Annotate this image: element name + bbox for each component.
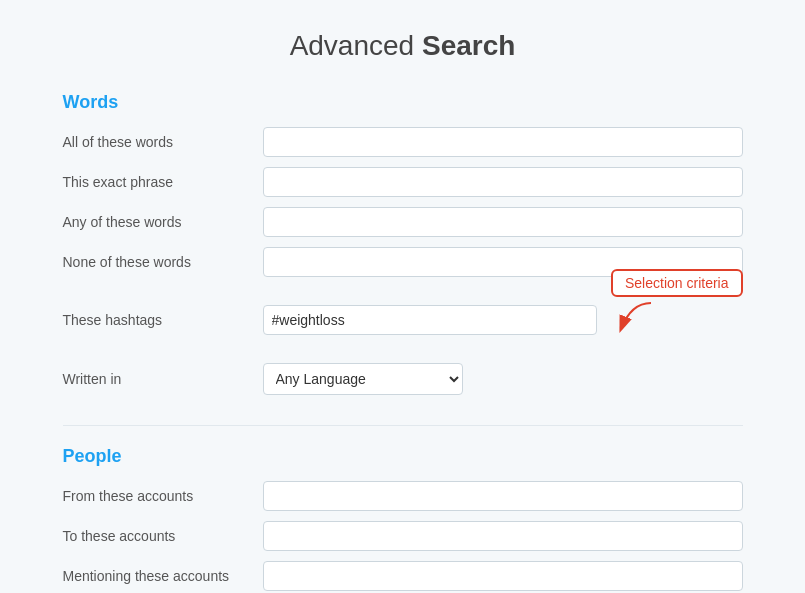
any-words-label: Any of these words [63,214,263,230]
written-in-label: Written in [63,371,263,387]
hashtags-input[interactable] [263,305,598,335]
section-divider-1 [63,425,743,426]
all-words-input[interactable] [263,127,743,157]
from-accounts-row: From these accounts [63,481,743,511]
from-accounts-label: From these accounts [63,488,263,504]
selection-criteria-annotation: Selection criteria [611,269,743,297]
to-accounts-label: To these accounts [63,528,263,544]
words-heading: Words [63,92,743,113]
exact-phrase-row: This exact phrase [63,167,743,197]
mentioning-accounts-input[interactable] [263,561,743,591]
people-heading: People [63,446,743,467]
to-accounts-input[interactable] [263,521,743,551]
from-accounts-input[interactable] [263,481,743,511]
hashtags-row: These hashtags Selection criteria [63,287,743,353]
page-container: Advanced Search Words All of these words… [23,0,783,593]
page-title: Advanced Search [63,30,743,62]
to-accounts-row: To these accounts [63,521,743,551]
annotation-arrow-icon [611,299,671,335]
written-in-row: Written in Any Language English Spanish … [63,363,743,395]
exact-phrase-input[interactable] [263,167,743,197]
people-section: People From these accounts To these acco… [63,446,743,591]
any-words-input[interactable] [263,207,743,237]
exact-phrase-label: This exact phrase [63,174,263,190]
hashtags-label: These hashtags [63,312,263,328]
mentioning-accounts-label: Mentioning these accounts [63,568,263,584]
any-words-row: Any of these words [63,207,743,237]
all-words-row: All of these words [63,127,743,157]
none-words-label: None of these words [63,254,263,270]
all-words-label: All of these words [63,134,263,150]
mentioning-accounts-row: Mentioning these accounts [63,561,743,591]
written-in-select[interactable]: Any Language English Spanish French Germ… [263,363,463,395]
words-section: Words All of these words This exact phra… [63,92,743,395]
